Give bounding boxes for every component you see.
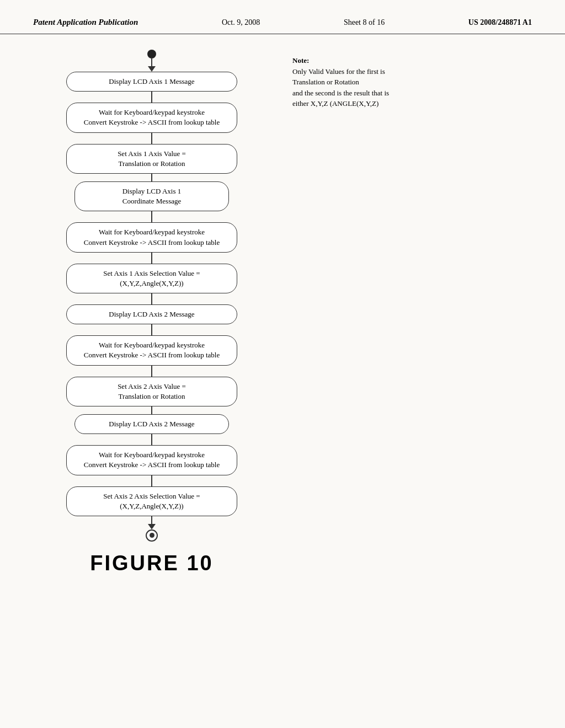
wait-keystroke-3-box: Wait for Keyboard/keypad keystrokeConver… [66,335,237,365]
connector [151,133,152,144]
connector [151,324,152,335]
arrow-down [148,66,156,72]
flowchart: Display LCD Axis 1 Message Wait for Keyb… [33,50,270,575]
main-content: Display LCD Axis 1 Message Wait for Keyb… [0,39,565,586]
connector [151,406,152,414]
display-axis1-coord-box: Display LCD Axis 1Coordinate Message [74,181,229,211]
wait-keystroke-2-box: Wait for Keyboard/keypad keystrokeConver… [66,222,237,252]
connector [151,293,152,304]
page-header: Patent Application Publication Oct. 9, 2… [0,0,565,34]
connector [151,211,152,222]
connector [151,475,152,486]
end-dot [150,533,154,538]
connector [151,92,152,103]
display-axis1-msg-box: Display LCD Axis 1 Message [66,72,237,92]
display-axis2-msg-box: Display LCD Axis 2 Message [66,304,237,324]
patent-number: US 2008/248871 A1 [468,18,532,27]
set-axis1-selection-box: Set Axis 1 Axis Selection Value =(X,Y,Z,… [66,264,237,293]
connector [151,253,152,264]
sheet-label: Sheet 8 of 16 [344,18,385,27]
display-axis2-msg2-box: Display LCD Axis 2 Message [74,414,229,434]
date-label: Oct. 9, 2008 [222,18,260,27]
connector [151,58,152,66]
arrow-down-end [148,524,156,529]
connector [151,516,152,524]
set-axis2-value-box: Set Axis 2 Axis Value =Translation or Ro… [66,377,237,406]
set-axis2-selection-box: Set Axis 2 Axis Selection Value =(X,Y,Z,… [66,486,237,516]
note-column: Note: Only Valid Values for the first is… [281,50,475,575]
set-axis1-value-box: Set Axis 1 Axis Value =Translation or Ro… [66,144,237,174]
connector [151,174,152,181]
end-symbol [146,529,158,542]
connector [151,366,152,377]
start-dot [147,50,156,58]
wait-keystroke-1-box: Wait for Keyboard/keypad keystrokeConver… [66,103,237,132]
publication-label: Patent Application Publication [33,18,138,27]
connector [151,434,152,445]
wait-keystroke-4-box: Wait for Keyboard/keypad keystrokeConver… [66,445,237,475]
figure-caption: FIGURE 10 [90,552,213,575]
note-title: Note: Only Valid Values for the first is… [292,55,463,109]
page: Patent Application Publication Oct. 9, 2… [0,0,565,728]
